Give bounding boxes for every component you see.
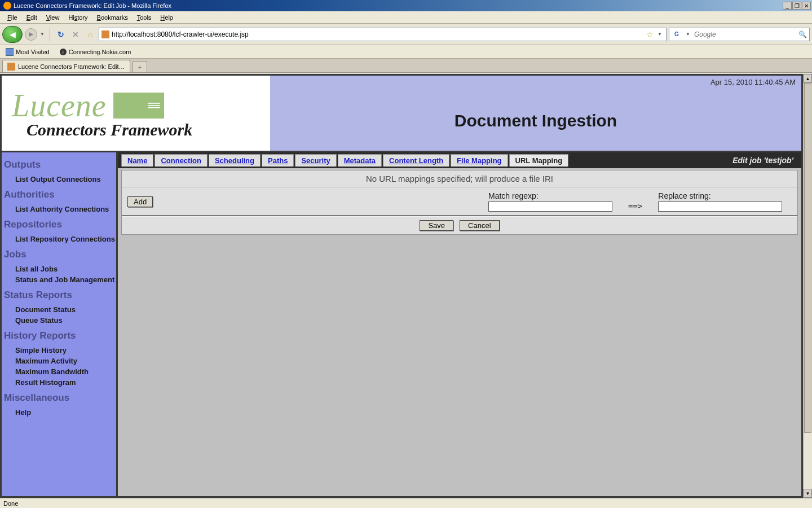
search-input[interactable] <box>694 29 796 40</box>
close-button[interactable]: ✕ <box>802 2 811 10</box>
bookmark-connecting-nokia[interactable]: i Connecting.Nokia.com <box>58 47 134 56</box>
back-button[interactable]: ◀ <box>2 26 23 43</box>
replace-string-input[interactable] <box>658 202 782 212</box>
sidebar-link-document-status[interactable]: Document Status <box>3 304 115 315</box>
browser-tab-strip: Lucene Connectors Framework: Edit ... + <box>0 59 812 73</box>
sidebar-link-maximum-activity[interactable]: Maximum Activity <box>3 356 115 366</box>
match-regexp-input[interactable] <box>488 202 612 212</box>
menu-bookmarks[interactable]: Bookmarks <box>93 13 132 22</box>
menu-edit[interactable]: Edit <box>23 13 41 22</box>
sidebar-heading-outputs: Outputs <box>3 155 115 174</box>
tab-label: Paths <box>268 156 288 165</box>
tab-url-mapping[interactable]: URL Mapping <box>509 154 569 167</box>
history-dropdown-icon[interactable]: ▼ <box>39 32 45 37</box>
add-button[interactable]: Add <box>127 196 153 207</box>
sidebar-link-simple-history[interactable]: Simple History <box>3 345 115 356</box>
sidebar-heading-repositories: Repositories <box>3 214 115 234</box>
tab-paths[interactable]: Paths <box>262 154 294 167</box>
panel-actions: Save Cancel <box>122 216 797 234</box>
sidebar-link-list-output-connections[interactable]: List Output Connections <box>3 174 115 185</box>
sidebar-link-list-repository-connections[interactable]: List Repository Connections <box>3 234 115 244</box>
tab-metadata[interactable]: Metadata <box>338 154 382 167</box>
nav-toolbar: ◀ ▶ ▼ ↻ ✕ ⌂ ☆ ▼ G ▼ 🔍 <box>0 24 812 45</box>
app-header: Lucene ≡≡ Connectors Framework Apr 15, 2… <box>2 76 801 152</box>
home-button[interactable]: ⌂ <box>84 28 96 41</box>
sidebar-heading-authorities: Authorities <box>3 185 115 204</box>
menu-help[interactable]: Help <box>156 13 177 22</box>
match-regexp-label: Match regexp: <box>488 191 612 200</box>
window-titlebar: Lucene Connectors Framework: Edit Job - … <box>0 0 812 11</box>
url-input[interactable] <box>112 29 644 40</box>
app-body: Outputs List Output Connections Authorit… <box>2 152 801 496</box>
main-content: Name Connection Scheduling Paths Securit… <box>118 152 801 496</box>
new-tab-button[interactable]: + <box>133 61 147 72</box>
browser-tab-active[interactable]: Lucene Connectors Framework: Edit ... <box>2 60 130 72</box>
menu-file[interactable]: File <box>3 13 21 22</box>
tab-content-length[interactable]: Content Length <box>383 154 449 167</box>
menu-history[interactable]: History <box>64 13 91 22</box>
save-button[interactable]: Save <box>420 220 453 231</box>
bookmark-most-visited[interactable]: Most Visited <box>3 47 52 57</box>
sidebar-heading-history-reports: History Reports <box>3 326 115 345</box>
url-bar[interactable]: ☆ ▼ <box>99 28 667 41</box>
maximize-button[interactable]: ❐ <box>792 2 801 10</box>
sidebar-link-maximum-bandwidth[interactable]: Maximum Bandwidth <box>3 366 115 377</box>
tab-label: Scheduling <box>215 156 254 165</box>
tab-security[interactable]: Security <box>295 154 336 167</box>
tab-label: URL Mapping <box>515 156 563 165</box>
site-icon <box>102 30 109 38</box>
sidebar-link-list-all-jobs[interactable]: List all Jobs <box>3 264 115 274</box>
menu-bar: File Edit View History Bookmarks Tools H… <box>0 11 812 24</box>
menu-view[interactable]: View <box>42 13 64 22</box>
sidebar-heading-jobs: Jobs <box>3 244 115 264</box>
stop-button[interactable]: ✕ <box>69 28 82 41</box>
reload-button[interactable]: ↻ <box>55 28 67 41</box>
scroll-down-icon[interactable]: ▼ <box>804 489 812 498</box>
search-go-icon[interactable]: 🔍 <box>798 30 807 38</box>
tab-label: Metadata <box>344 156 376 165</box>
tab-connection[interactable]: Connection <box>155 154 208 167</box>
sidebar-link-list-authority-connections[interactable]: List Authority Connections <box>3 204 115 214</box>
add-mapping-row: Add Match regexp: ==> Replace string: <box>122 187 797 216</box>
url-dropdown-icon[interactable]: ▼ <box>656 32 664 37</box>
forward-button[interactable]: ▶ <box>25 28 37 41</box>
toolbar-separator <box>50 28 50 41</box>
scrollbar-thumb[interactable] <box>804 83 811 433</box>
bookmarks-toolbar: Most Visited i Connecting.Nokia.com <box>0 45 812 59</box>
sidebar-link-queue-status[interactable]: Queue Status <box>3 315 115 326</box>
sidebar-heading-miscellaneous: Miscellaneous <box>3 388 115 407</box>
sidebar-link-status-job-management[interactable]: Status and Job Management <box>3 274 115 285</box>
match-regexp-group: Match regexp: <box>488 191 612 212</box>
scroll-up-icon[interactable]: ▲ <box>804 74 812 83</box>
site-favicon-icon: i <box>60 49 67 55</box>
job-tabs: Name Connection Scheduling Paths Securit… <box>118 152 801 168</box>
empty-mappings-message: No URL mappings specified; will produce … <box>122 170 797 187</box>
sidebar-link-result-histogram[interactable]: Result Histogram <box>3 377 115 388</box>
app-container: Lucene ≡≡ Connectors Framework Apr 15, 2… <box>0 74 803 498</box>
cancel-button[interactable]: Cancel <box>460 220 499 231</box>
tab-name[interactable]: Name <box>121 154 153 167</box>
logo-area: Lucene ≡≡ Connectors Framework <box>2 76 270 151</box>
bookmark-star-icon[interactable]: ☆ <box>646 30 654 39</box>
tab-scheduling[interactable]: Scheduling <box>209 154 261 167</box>
menu-tools[interactable]: Tools <box>133 13 156 22</box>
search-bar[interactable]: G ▼ 🔍 <box>669 28 810 41</box>
tab-label: Security <box>301 156 330 165</box>
replace-string-group: Replace string: <box>658 191 782 212</box>
window-controls: _ ❐ ✕ <box>783 2 811 10</box>
engine-dropdown-icon[interactable]: ▼ <box>684 32 692 37</box>
tab-file-mapping[interactable]: File Mapping <box>451 154 508 167</box>
timestamp: Apr 15, 2010 11:40:45 AM <box>710 78 796 86</box>
replace-string-label: Replace string: <box>658 191 782 200</box>
tab-title: Lucene Connectors Framework: Edit ... <box>18 63 125 70</box>
minimize-button[interactable]: _ <box>783 2 792 10</box>
vertical-scrollbar[interactable]: ▲ ▼ <box>803 74 812 498</box>
sidebar-heading-status-reports: Status Reports <box>3 285 115 304</box>
status-text: Done <box>3 500 18 507</box>
sidebar-link-help[interactable]: Help <box>3 407 115 418</box>
firefox-icon <box>3 2 11 10</box>
folder-icon <box>6 48 14 56</box>
google-engine-icon[interactable]: G <box>672 30 682 39</box>
logo-script-text: Lucene <box>12 87 107 124</box>
sidebar: Outputs List Output Connections Authorit… <box>2 152 118 496</box>
